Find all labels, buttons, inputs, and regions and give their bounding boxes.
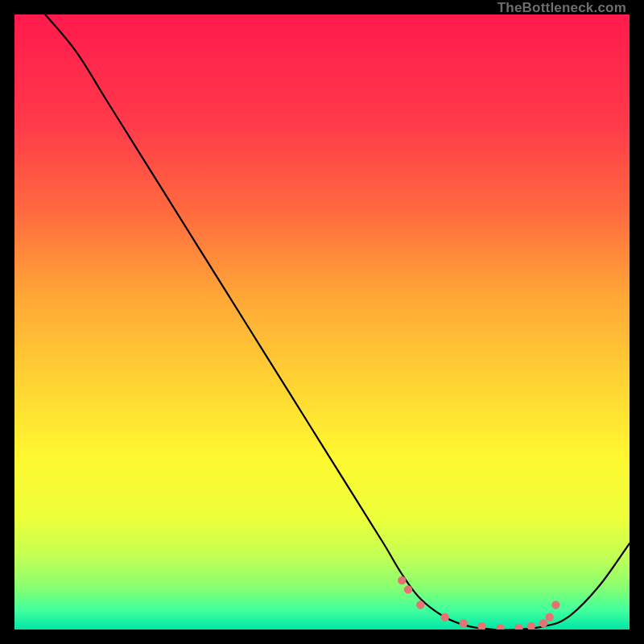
chart-svg (14, 14, 630, 630)
watermark-text: TheBottleneck.com (497, 0, 626, 16)
marker-dot (539, 619, 547, 627)
marker-dot (477, 622, 485, 630)
marker-dot (551, 601, 559, 609)
plot-area (14, 14, 630, 630)
marker-dot (416, 601, 424, 609)
marker-dot (514, 624, 522, 630)
marker-dot (527, 622, 535, 630)
marker-dot (460, 619, 468, 627)
marker-dot (496, 624, 504, 630)
chart-container: TheBottleneck.com (0, 0, 644, 644)
marker-dot (441, 613, 449, 621)
marker-dot (398, 576, 406, 584)
optimal-markers (398, 576, 559, 630)
marker-dot (404, 585, 412, 593)
curve-line (45, 14, 630, 630)
marker-dot (545, 613, 553, 621)
